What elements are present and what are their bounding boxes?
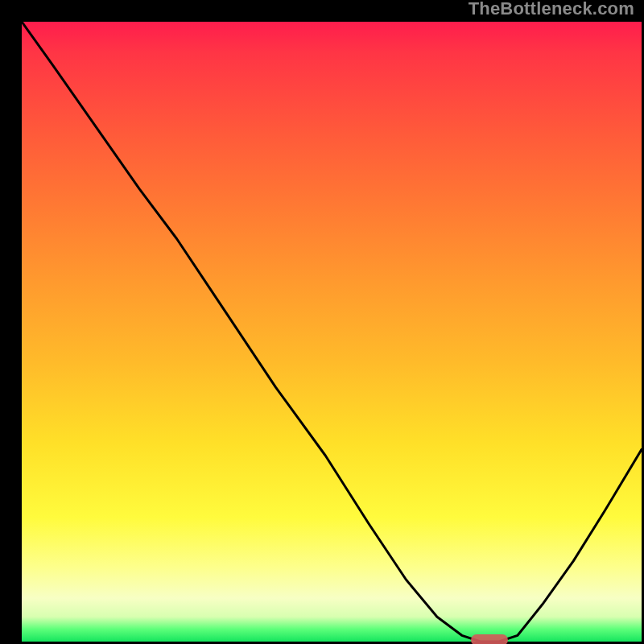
- chart-frame: [10, 10, 634, 634]
- curve-path: [22, 22, 642, 642]
- watermark-text: TheBottleneck.com: [469, 0, 634, 19]
- minimum-marker: [471, 634, 508, 644]
- bottleneck-curve: [22, 22, 642, 642]
